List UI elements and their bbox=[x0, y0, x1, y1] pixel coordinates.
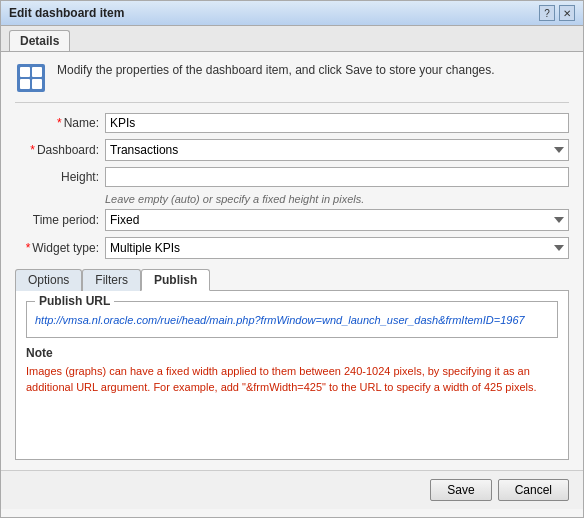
close-icon[interactable]: ✕ bbox=[559, 5, 575, 21]
name-row: *Name: bbox=[15, 113, 569, 133]
height-input[interactable] bbox=[105, 167, 569, 187]
publish-url-fieldset: Publish URL http://vmsa.nl.oracle.com/ru… bbox=[26, 301, 558, 338]
dialog-footer: Save Cancel bbox=[1, 470, 583, 509]
name-required: * bbox=[57, 116, 62, 130]
description-text: Modify the properties of the dashboard i… bbox=[57, 62, 495, 79]
outer-tab-bar: Details bbox=[1, 26, 583, 52]
note-text: Images (graphs) can have a fixed width a… bbox=[26, 363, 558, 396]
dialog-body: Modify the properties of the dashboard i… bbox=[1, 52, 583, 470]
time-period-select[interactable]: Fixed bbox=[105, 209, 569, 231]
widget-type-row: *Widget type: Multiple KPIs bbox=[15, 237, 569, 259]
publish-url-legend: Publish URL bbox=[35, 294, 114, 308]
cancel-button[interactable]: Cancel bbox=[498, 479, 569, 501]
name-label: *Name: bbox=[15, 116, 105, 130]
dashboard-icon-inner bbox=[17, 64, 45, 92]
note-title: Note bbox=[26, 346, 558, 360]
tab-publish[interactable]: Publish bbox=[141, 269, 210, 291]
dashboard-row: *Dashboard: Transactions bbox=[15, 139, 569, 161]
widget-type-label: *Widget type: bbox=[15, 241, 105, 255]
dashboard-required: * bbox=[30, 143, 35, 157]
edit-dashboard-dialog: Edit dashboard item ? ✕ Details Modify t… bbox=[0, 0, 584, 518]
help-icon[interactable]: ? bbox=[539, 5, 555, 21]
dashboard-select[interactable]: Transactions bbox=[105, 139, 569, 161]
dashboard-label: *Dashboard: bbox=[15, 143, 105, 157]
dialog-titlebar: Edit dashboard item ? ✕ bbox=[1, 1, 583, 26]
tab-options[interactable]: Options bbox=[15, 269, 82, 291]
time-period-row: Time period: Fixed bbox=[15, 209, 569, 231]
height-row: Height: bbox=[15, 167, 569, 187]
tab-filters[interactable]: Filters bbox=[82, 269, 141, 291]
name-input[interactable] bbox=[105, 113, 569, 133]
dialog-title: Edit dashboard item bbox=[9, 6, 124, 20]
publish-url-text: http://vmsa.nl.oracle.com/ruei/head/main… bbox=[35, 314, 525, 326]
save-button[interactable]: Save bbox=[430, 479, 491, 501]
inner-tab-bar: Options Filters Publish bbox=[15, 269, 569, 291]
height-hint: Leave empty (auto) or specify a fixed he… bbox=[105, 193, 569, 205]
title-icons: ? ✕ bbox=[539, 5, 575, 21]
note-section: Note Images (graphs) can have a fixed wi… bbox=[26, 346, 558, 396]
widget-type-select[interactable]: Multiple KPIs bbox=[105, 237, 569, 259]
widget-type-required: * bbox=[26, 241, 31, 255]
dashboard-icon bbox=[15, 62, 47, 94]
description-section: Modify the properties of the dashboard i… bbox=[15, 62, 569, 103]
time-period-label: Time period: bbox=[15, 213, 105, 227]
height-label: Height: bbox=[15, 170, 105, 184]
tab-details[interactable]: Details bbox=[9, 30, 70, 51]
publish-tab-content: Publish URL http://vmsa.nl.oracle.com/ru… bbox=[15, 290, 569, 460]
